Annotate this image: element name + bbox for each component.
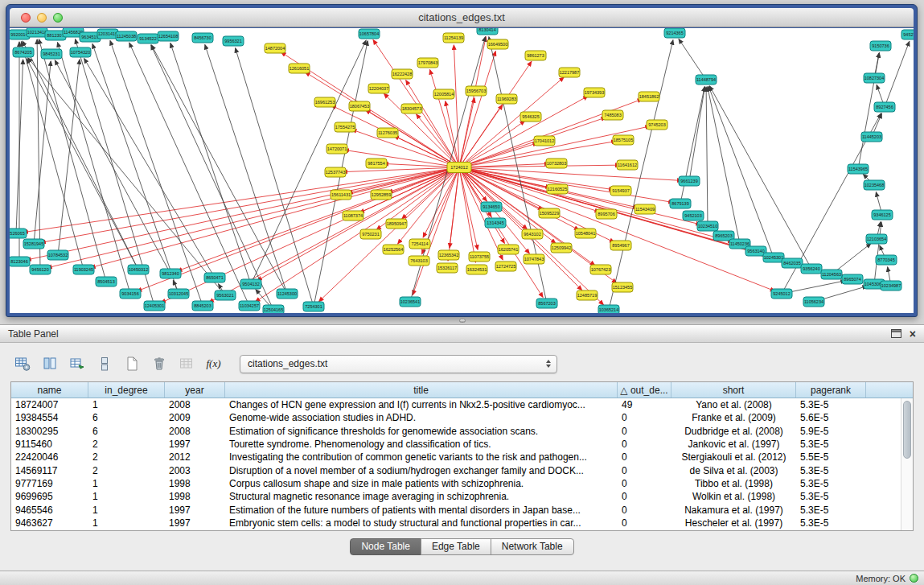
graph-edge[interactable] xyxy=(708,87,740,244)
table-vertical-scrollbar[interactable] xyxy=(901,398,913,530)
graph-node[interactable]: 14872004 xyxy=(265,43,285,53)
graph-edge[interactable] xyxy=(413,167,459,295)
graph-node[interactable]: 7643103 xyxy=(409,256,429,266)
graph-node[interactable]: 9134522 xyxy=(138,34,158,43)
graph-node[interactable]: 15281945 xyxy=(23,239,44,249)
graph-node[interactable]: 10235468 xyxy=(864,180,885,190)
graph-edge[interactable] xyxy=(21,42,84,270)
tab-network-table[interactable]: Network Table xyxy=(491,538,574,555)
column-header-5[interactable]: short xyxy=(671,382,796,398)
graph-node[interactable]: 8770345 xyxy=(876,255,897,265)
graph-node[interactable]: 8650471 xyxy=(204,273,225,282)
graph-node[interactable]: 7485083 xyxy=(602,110,623,120)
graph-edge[interactable] xyxy=(459,167,503,260)
graph-node[interactable]: 12616051 xyxy=(289,64,310,73)
scrollbar-thumb[interactable] xyxy=(903,401,911,459)
graph-node[interactable]: 18304573 xyxy=(401,104,422,113)
graph-edge[interactable] xyxy=(41,167,459,242)
graph-node[interactable]: 9817554 xyxy=(366,159,387,168)
graph-edge[interactable] xyxy=(27,59,138,270)
graph-edge[interactable] xyxy=(709,86,811,269)
rows-icon[interactable] xyxy=(93,353,115,374)
window-titlebar[interactable]: citations_edges.txt xyxy=(10,8,914,27)
graph-node[interactable]: 7254301 xyxy=(303,302,324,311)
graph-edge[interactable] xyxy=(92,44,179,294)
graph-edge[interactable] xyxy=(459,117,606,167)
column-header-2[interactable]: year xyxy=(165,382,225,398)
graph-node[interactable]: 11445203 xyxy=(861,132,882,142)
graph-node[interactable]: 8123046 xyxy=(10,257,30,266)
graph-node[interactable]: 9150736 xyxy=(870,41,891,51)
column-header-1[interactable]: in_degree xyxy=(88,382,165,398)
graph-node[interactable]: 11276035 xyxy=(377,128,398,138)
graph-node[interactable]: 8567203 xyxy=(536,299,557,308)
graph-node[interactable]: 9452103 xyxy=(683,211,704,220)
table-row[interactable]: 911546021997Tourette syndrome. Phenomeno… xyxy=(11,438,913,451)
graph-edge[interactable] xyxy=(450,167,459,248)
graph-node[interactable]: 9504132 xyxy=(240,279,261,289)
graph-node[interactable]: 11204563 xyxy=(821,270,842,279)
graph-node[interactable]: 15956703 xyxy=(466,86,487,96)
graph-node[interactable]: 16205741 xyxy=(498,245,519,254)
table-row[interactable]: 1872400712008Changes of HCN gene express… xyxy=(11,398,913,411)
graph-node[interactable]: 9956321 xyxy=(223,36,244,46)
float-panel-icon[interactable] xyxy=(891,329,901,338)
column-header-0[interactable]: name xyxy=(11,382,88,398)
table-row[interactable]: 1456911722003Disruption of a novel membe… xyxy=(11,463,913,476)
column-header-4[interactable]: △ out_de... xyxy=(618,382,671,398)
network-canvas[interactable]: 1724012112541391664950098612731221798719… xyxy=(10,28,914,313)
graph-node[interactable]: 10657804 xyxy=(359,29,380,39)
graph-node[interactable]: 10236541 xyxy=(400,297,421,307)
graph-node[interactable]: 10827304 xyxy=(864,73,885,83)
graph-node[interactable]: 15611431 xyxy=(331,190,351,200)
graph-node[interactable]: 9034156 xyxy=(120,289,141,299)
table-settings-icon[interactable] xyxy=(11,353,33,374)
graph-edge[interactable] xyxy=(151,45,287,294)
graph-edge[interactable] xyxy=(885,41,910,107)
graph-node[interactable]: 9812340 xyxy=(160,269,181,278)
graph-edge[interactable] xyxy=(459,167,682,180)
function-icon[interactable]: f(x) xyxy=(203,353,224,374)
graph-node[interactable]: 10450312 xyxy=(128,265,149,274)
graph-node[interactable]: 8456730 xyxy=(192,33,213,43)
graph-node[interactable]: 10767423 xyxy=(590,265,611,274)
tab-edge-table[interactable]: Edge Table xyxy=(421,538,491,555)
table-row[interactable]: 946554611997Estimation of the future num… xyxy=(11,503,913,516)
new-file-icon[interactable] xyxy=(121,353,142,374)
graph-node[interactable]: 12485719 xyxy=(577,290,598,300)
graph-node[interactable]: 11254139 xyxy=(443,33,464,43)
show-columns-icon[interactable] xyxy=(39,353,60,374)
graph-node[interactable]: 11969283 xyxy=(496,94,517,104)
graph-node[interactable]: 9661239 xyxy=(679,176,700,186)
table-selector-dropdown[interactable]: citations_edges.txt xyxy=(240,355,557,373)
graph-node[interactable]: 12365342 xyxy=(438,250,459,260)
column-header-6[interactable]: pagerank xyxy=(796,382,866,398)
graph-node[interactable]: 17554275 xyxy=(335,122,355,132)
graph-node[interactable]: 15123455 xyxy=(612,282,633,292)
network-graph[interactable]: 1724012112541391664950098612731221798719… xyxy=(10,28,914,313)
graph-node[interactable]: 11245300 xyxy=(277,289,298,299)
graph-edge[interactable] xyxy=(137,167,459,291)
graph-node[interactable]: 9245012 xyxy=(771,289,792,299)
graph-node[interactable]: 9134650 xyxy=(481,202,502,212)
graph-node[interactable]: 11543409 xyxy=(634,204,655,214)
table-row[interactable]: 1830029562008Estimation of significance … xyxy=(11,425,913,438)
graph-edge[interactable] xyxy=(454,45,459,167)
graph-node[interactable]: 9861273 xyxy=(525,51,546,60)
graph-node[interactable]: 9452768 xyxy=(901,30,914,39)
graph-node[interactable]: 11034257 xyxy=(239,301,260,311)
graph-node[interactable]: 9563021 xyxy=(215,290,236,300)
graph-edge[interactable] xyxy=(236,48,314,307)
graph-node[interactable]: 8927456 xyxy=(874,102,895,112)
close-panel-icon[interactable]: × xyxy=(910,329,916,339)
graph-node[interactable]: 9356240 xyxy=(801,264,822,274)
graph-node[interactable]: 12405301 xyxy=(144,301,165,311)
graph-node[interactable]: 17041012 xyxy=(534,136,555,146)
graph-node[interactable]: 9845231 xyxy=(41,49,62,59)
graph-node[interactable]: 8679139 xyxy=(670,199,691,208)
graph-edge[interactable] xyxy=(874,222,881,284)
graph-node[interactable]: 15095229 xyxy=(539,208,560,218)
graph-node[interactable]: 16222428 xyxy=(392,69,413,79)
graph-node[interactable]: 12654108 xyxy=(158,31,179,41)
graph-node[interactable]: 18067453 xyxy=(349,101,370,111)
